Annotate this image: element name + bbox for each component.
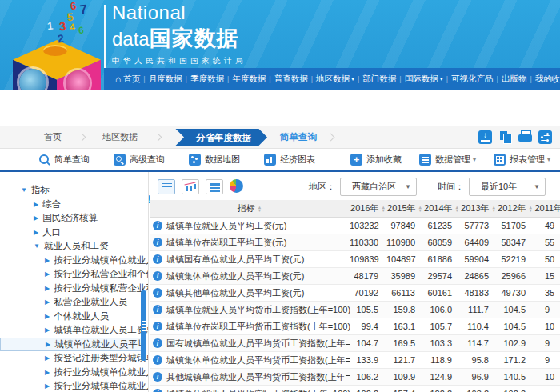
sidebar-item-1[interactable]: ▼指标 bbox=[0, 183, 148, 198]
breadcrumb-item-1[interactable]: 首页 bbox=[44, 131, 62, 143]
cell-value: 61886 bbox=[423, 254, 460, 264]
sidebar-item-2[interactable]: ▶综合 bbox=[0, 198, 148, 212]
time-select[interactable]: 最近10年 ▼ bbox=[469, 178, 546, 196]
table-row: i城镇其他单位就业人员平均工资(元)7019266113601614818349… bbox=[150, 285, 560, 302]
info-icon[interactable]: i bbox=[153, 305, 162, 314]
toolbar-map-button[interactable]: 数据地图 bbox=[189, 154, 240, 166]
sidebar-item-10[interactable]: ▶个体就业人员 bbox=[0, 310, 148, 324]
cell-value: 106.2 bbox=[350, 372, 386, 382]
nav-item-1[interactable]: ⌂首页 bbox=[112, 74, 143, 85]
column-header-2012年[interactable]: 2012年▲▼ bbox=[497, 200, 534, 217]
nav-item-4[interactable]: 年度数据 bbox=[229, 74, 269, 85]
cell-value: 121.7 bbox=[386, 355, 423, 365]
toolbar-search-outline-button[interactable]: 简单查询 bbox=[38, 154, 90, 166]
sidebar-item-3[interactable]: ▶国民经济核算 bbox=[0, 211, 148, 226]
toolbar-list-button[interactable]: 数据管理▾ bbox=[419, 154, 476, 166]
hbar-chart-icon[interactable] bbox=[206, 179, 223, 194]
sidebar-item-14[interactable]: ▶按行业分城镇单位就业人员工资总额 bbox=[0, 366, 148, 380]
column-header-指标[interactable]: 指标▲▼ bbox=[150, 200, 350, 217]
column-header-2014年[interactable]: 2014年▲▼ bbox=[423, 200, 460, 217]
table-row: i城镇单位就业人员平均货币工资指数(上年=100)105.5159.8106.0… bbox=[150, 302, 560, 318]
info-icon[interactable]: i bbox=[153, 372, 162, 382]
column-header-2016年[interactable]: 2016年▲▼ bbox=[350, 200, 386, 217]
sidebar-item-7[interactable]: ▶按行业分私营企业和个体就业人员 bbox=[0, 267, 148, 282]
sidebar-item-11[interactable]: ▶城镇单位就业人员工资总额和指数 bbox=[0, 323, 148, 338]
info-icon[interactable]: i bbox=[153, 271, 162, 281]
share-icon[interactable] bbox=[538, 130, 552, 144]
toolbar-label: 添加收藏 bbox=[366, 154, 402, 166]
cell-value: 102.9 bbox=[497, 338, 534, 348]
time-value: 最近10年 bbox=[481, 181, 517, 193]
info-icon[interactable]: i bbox=[153, 389, 162, 392]
sidebar-item-12[interactable]: ▶城镇单位就业人员平均工资和指数 bbox=[0, 338, 143, 352]
sidebar-item-9[interactable]: ▶私营企业就业人员 bbox=[0, 295, 148, 310]
sidebar-item-5[interactable]: ▼就业人员和工资 bbox=[0, 239, 148, 254]
nav-item-5[interactable]: 普查数据 bbox=[271, 74, 311, 85]
nav-item-8[interactable]: 国际数据▾ bbox=[402, 74, 446, 85]
column-header-2013年[interactable]: 2013年▲▼ bbox=[460, 200, 497, 217]
cell-value: 140.5 bbox=[497, 372, 534, 382]
indicator-sidebar: ▼指标▶综合▶国民经济核算▶人口▼就业人员和工资▶按行业分城镇单位就业人员▶按行… bbox=[0, 172, 149, 392]
info-icon[interactable]: i bbox=[153, 238, 162, 247]
toolbar-chart-button[interactable]: 经济图表 bbox=[264, 154, 315, 166]
nav-item-7[interactable]: 部门数据 bbox=[359, 74, 399, 85]
print-icon[interactable] bbox=[518, 130, 532, 144]
toolbar-label: 经济图表 bbox=[280, 154, 315, 166]
sort-down: ▼ bbox=[455, 209, 459, 212]
chart-icon bbox=[264, 154, 276, 166]
toolbar-plus-button[interactable]: 添加收藏 bbox=[350, 154, 402, 166]
info-icon[interactable]: i bbox=[153, 221, 162, 230]
table-row: i其他城镇单位就业人员平均货币工资指数(上年=100)106.2109.9124… bbox=[150, 369, 560, 386]
indicator-text: 城镇单位就业人员平均实际工资指数(上年=100) bbox=[166, 388, 350, 392]
info-icon[interactable]: i bbox=[153, 355, 162, 365]
nav-item-10[interactable]: 出版物 bbox=[498, 74, 530, 85]
triangle-right-icon: ▶ bbox=[34, 211, 38, 226]
filters: 地区： 西藏自治区 ▼ 时间： 最近10年 ▼ bbox=[309, 178, 546, 196]
map-icon bbox=[189, 154, 201, 166]
sidebar-scrollbar[interactable] bbox=[141, 290, 146, 361]
sidebar-item-15[interactable]: ▶按行业分城镇单位就业人员平均工资 bbox=[0, 379, 148, 392]
nav-item-9[interactable]: 可视化产品 bbox=[448, 74, 497, 85]
list-view-icon[interactable] bbox=[158, 179, 175, 194]
copy-icon[interactable] bbox=[498, 130, 512, 144]
nav-item-6[interactable]: 地区数据▾ bbox=[313, 74, 358, 85]
info-icon[interactable]: i bbox=[153, 254, 162, 264]
cell-value: 105.5 bbox=[350, 305, 386, 314]
info-icon[interactable]: i bbox=[153, 322, 162, 331]
triangle-right-icon: ▶ bbox=[46, 338, 50, 352]
info-icon[interactable]: i bbox=[153, 288, 162, 298]
sidebar-item-13[interactable]: ▶按登记注册类型分城镇单位就业人员 bbox=[0, 351, 148, 366]
sidebar-item-4[interactable]: ▶人口 bbox=[0, 226, 148, 240]
pie-chart-icon[interactable] bbox=[230, 179, 243, 193]
column-header-2015年[interactable]: 2015年▲▼ bbox=[386, 200, 423, 217]
plus-icon bbox=[350, 154, 362, 166]
breadcrumb-link[interactable]: 简单查询 bbox=[280, 131, 317, 143]
toolbar-grid-button[interactable]: 报表管理▾ bbox=[494, 154, 550, 166]
triangle-down-icon: ▼ bbox=[21, 183, 27, 198]
cell-value: 157.4 bbox=[386, 389, 423, 392]
row-indicator-label: i城镇其他单位就业人员平均工资(元) bbox=[150, 287, 350, 299]
column-header-2011年[interactable]: 2011年▲▼ bbox=[534, 200, 560, 217]
sort-down: ▼ bbox=[492, 209, 496, 212]
region-select[interactable]: 西藏自治区 ▼ bbox=[340, 178, 417, 196]
bar-chart-icon[interactable] bbox=[182, 179, 199, 194]
sidebar-item-8[interactable]: ▶按行业分城镇私营企业和个体就业人员 bbox=[0, 282, 148, 296]
nav-item-3[interactable]: 季度数据 bbox=[187, 74, 227, 85]
time-label: 时间： bbox=[438, 181, 464, 193]
download-icon[interactable] bbox=[478, 130, 492, 144]
region-value: 西藏自治区 bbox=[352, 181, 396, 193]
cell-value: 99.4 bbox=[350, 322, 386, 331]
page: { "colors": { "banner_blue":"#2EA6E0", "… bbox=[0, 0, 560, 392]
triangle-right-icon: ▶ bbox=[45, 323, 50, 338]
nav-item-11[interactable]: 我的收藏 bbox=[532, 74, 560, 85]
nav-item-2[interactable]: 月度数据 bbox=[146, 74, 186, 85]
toolbar-search-filled-button[interactable]: 高级查询 bbox=[114, 154, 165, 166]
cell-value: 51705 bbox=[497, 221, 534, 230]
row-indicator-label: i其他城镇单位就业人员平均货币工资指数(上年=100) bbox=[150, 371, 350, 383]
info-icon[interactable]: i bbox=[153, 338, 162, 348]
breadcrumb-active-tab[interactable]: 分省年度数据 bbox=[175, 129, 267, 146]
breadcrumb-item-2[interactable]: 地区数据 bbox=[102, 131, 138, 143]
site-logo[interactable]: National data国家数据 中华人民共和国国家统计局 National … bbox=[112, 2, 251, 74]
sidebar-item-6[interactable]: ▶按行业分城镇单位就业人员 bbox=[0, 254, 148, 268]
cell-value: 110980 bbox=[386, 238, 423, 247]
